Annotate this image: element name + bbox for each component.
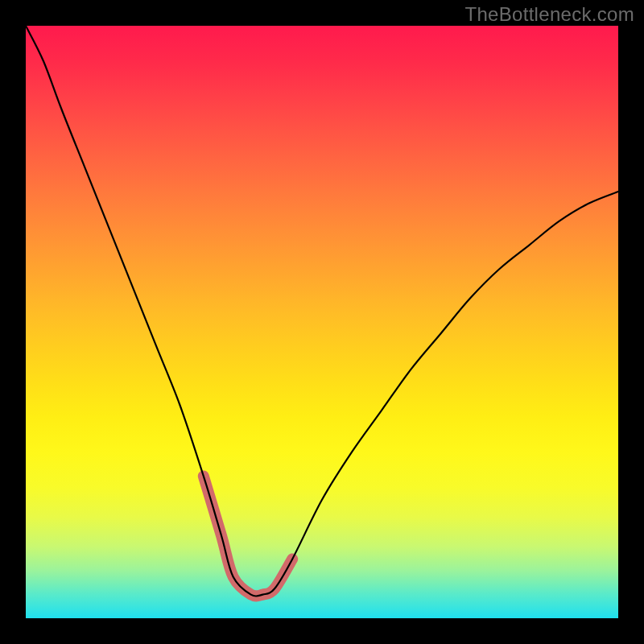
watermark-text: TheBottleneck.com (464, 3, 634, 26)
chart-svg (26, 26, 618, 618)
low-bottleneck-highlight (204, 476, 292, 596)
chart-stage: TheBottleneck.com (0, 0, 644, 644)
chart-frame (26, 26, 618, 618)
bottleneck-curve (26, 26, 618, 597)
